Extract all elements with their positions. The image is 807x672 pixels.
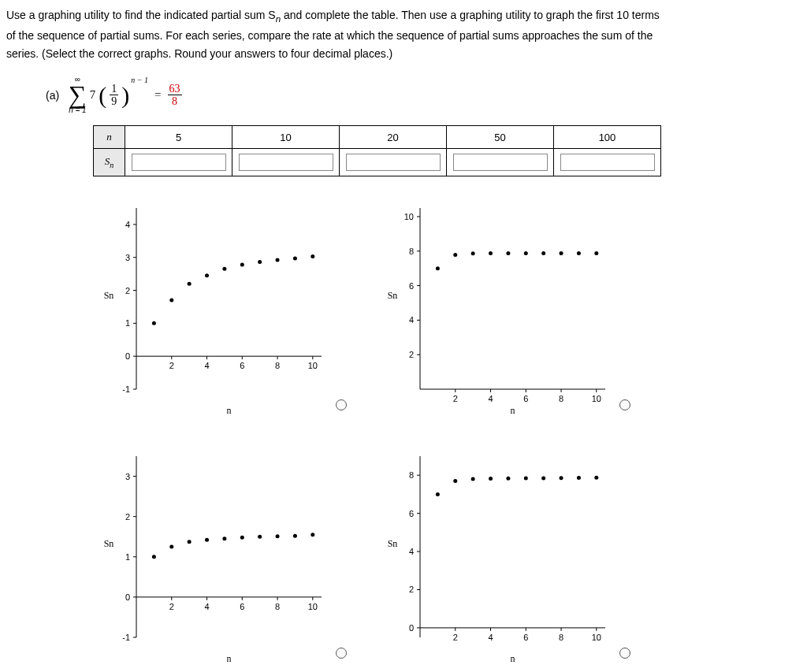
svg-text:Sn: Sn	[388, 538, 398, 549]
n-col-100: 100	[554, 126, 661, 149]
n-header: n	[94, 126, 125, 149]
coefficient: 7	[90, 88, 96, 102]
svg-point-26	[152, 321, 156, 325]
n-col-20: 20	[340, 126, 447, 149]
fraction-right: 63 8	[168, 83, 182, 108]
sn-input-50[interactable]	[453, 154, 548, 171]
svg-text:6: 6	[523, 394, 528, 403]
svg-point-94	[152, 555, 156, 559]
svg-text:4: 4	[125, 220, 130, 229]
svg-text:4: 4	[204, 602, 209, 611]
radio-2[interactable]	[619, 399, 630, 410]
svg-point-68	[577, 251, 581, 255]
q-line2: of the sequence of partial sums. For eac…	[6, 29, 653, 42]
part-a-row: (a) ∞ ∑ n = 1 7 ( 1 9 ) n − 1 = 63 8	[6, 72, 801, 114]
sn-input-20[interactable]	[346, 154, 441, 171]
svg-point-129	[453, 479, 457, 483]
sn-input-10[interactable]	[239, 154, 333, 171]
chart-option-1[interactable]: -101234246810Snn	[93, 200, 361, 417]
svg-point-98	[222, 536, 226, 540]
svg-text:3: 3	[125, 253, 130, 262]
svg-text:3: 3	[125, 472, 130, 481]
svg-text:2: 2	[409, 350, 414, 359]
sigma-stack: ∞ ∑ n = 1	[69, 76, 87, 114]
svg-point-103	[311, 533, 314, 536]
formula: ∞ ∑ n = 1 7 ( 1 9 ) n − 1 = 63 8	[69, 76, 182, 114]
svg-text:2: 2	[453, 633, 458, 642]
chart-2: 246810246810Snn	[377, 200, 613, 417]
chart-option-3[interactable]: -10123246810Snn	[93, 448, 361, 665]
svg-text:6: 6	[240, 602, 244, 611]
svg-text:n: n	[511, 653, 515, 664]
chart-option-2[interactable]: 246810246810Snn	[377, 200, 645, 417]
q-line3: series. (Select the correct graphs. Roun…	[6, 47, 392, 60]
charts-grid: -101234246810Snn 246810246810Snn -101232…	[93, 200, 801, 665]
svg-point-102	[293, 534, 297, 538]
sn-input-5[interactable]	[132, 154, 226, 171]
svg-point-28	[188, 282, 192, 286]
svg-point-135	[560, 476, 563, 480]
sn-input-100[interactable]	[560, 154, 655, 171]
chart-1: -101234246810Snn	[93, 200, 329, 417]
svg-text:10: 10	[308, 361, 318, 370]
svg-point-62	[471, 251, 475, 255]
chart-option-4[interactable]: 02468246810Snn	[377, 448, 645, 665]
svg-point-65	[524, 251, 528, 255]
svg-point-27	[169, 299, 173, 303]
svg-point-137	[594, 476, 598, 480]
svg-text:-1: -1	[122, 633, 130, 642]
svg-text:Sn: Sn	[388, 290, 398, 301]
svg-point-34	[293, 256, 297, 260]
svg-text:4: 4	[488, 394, 493, 403]
svg-point-67	[560, 251, 563, 255]
svg-text:4: 4	[409, 315, 414, 325]
equals-sign: =	[151, 88, 164, 102]
svg-text:4: 4	[409, 547, 414, 556]
svg-text:n: n	[511, 405, 515, 416]
svg-text:2: 2	[125, 286, 130, 295]
svg-text:4: 4	[204, 361, 209, 370]
svg-text:n: n	[227, 405, 232, 416]
svg-text:2: 2	[125, 512, 130, 522]
svg-point-33	[276, 258, 280, 262]
radio-1[interactable]	[336, 399, 347, 410]
svg-point-31	[240, 262, 244, 266]
svg-point-128	[436, 492, 440, 496]
sn-header: Sn	[94, 149, 125, 176]
sigma-bottom: n = 1	[69, 106, 87, 114]
svg-point-96	[188, 540, 192, 544]
chart-4: 02468246810Snn	[377, 448, 613, 665]
frac-den: 9	[111, 95, 117, 107]
rparen: )	[121, 84, 129, 107]
svg-point-29	[205, 273, 209, 277]
sigma-icon: ∑	[69, 84, 87, 106]
svg-point-131	[489, 477, 493, 481]
svg-point-63	[489, 251, 493, 255]
svg-text:6: 6	[409, 281, 414, 291]
svg-text:0: 0	[409, 623, 414, 633]
svg-point-35	[311, 254, 314, 258]
chart-3: -10123246810Snn	[93, 448, 329, 665]
svg-text:10: 10	[308, 602, 318, 611]
radio-4[interactable]	[619, 648, 630, 659]
question-text: Use a graphing utility to find the indic…	[6, 6, 801, 64]
svg-point-97	[205, 538, 209, 542]
svg-text:8: 8	[559, 633, 563, 642]
svg-point-100	[258, 535, 262, 539]
svg-text:1: 1	[125, 552, 130, 562]
res-den: 8	[172, 95, 177, 107]
svg-text:n: n	[227, 653, 232, 664]
q-line1-end: and complete the table. Then use a graph…	[281, 9, 660, 21]
svg-point-64	[506, 251, 510, 255]
svg-text:10: 10	[404, 212, 414, 221]
svg-text:Sn: Sn	[104, 290, 114, 301]
svg-text:8: 8	[409, 247, 414, 256]
svg-point-130	[471, 477, 475, 481]
svg-text:8: 8	[559, 394, 563, 403]
svg-point-69	[594, 251, 598, 255]
radio-3[interactable]	[336, 648, 347, 659]
svg-text:6: 6	[240, 361, 244, 370]
frac-num: 1	[110, 83, 118, 95]
svg-text:2: 2	[409, 585, 414, 594]
n-col-10: 10	[232, 126, 340, 149]
